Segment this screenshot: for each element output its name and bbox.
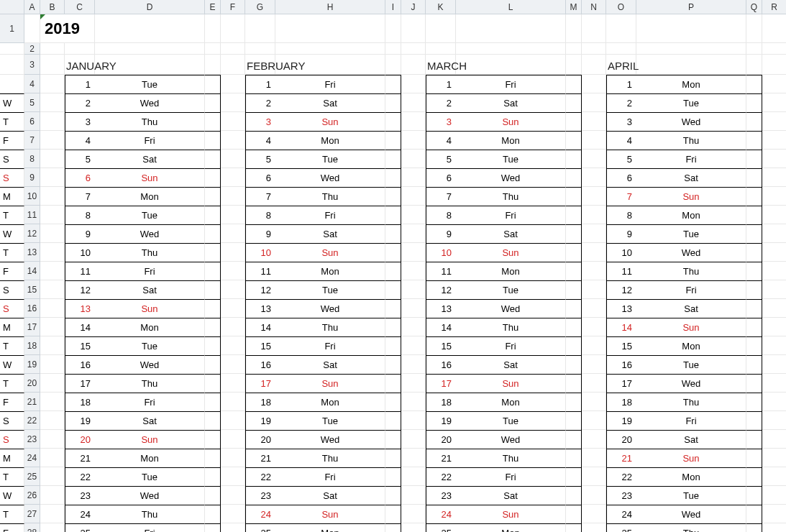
cell-H14[interactable]: [385, 262, 401, 280]
cell-N24[interactable]: 21: [606, 449, 636, 467]
cell-E12[interactable]: [221, 224, 245, 243]
cell-M25[interactable]: [582, 467, 606, 486]
cell-J26[interactable]: 23: [426, 486, 456, 505]
cell-E27[interactable]: [221, 505, 245, 523]
cell-M8[interactable]: [582, 150, 606, 168]
cell-I22[interactable]: [401, 411, 426, 430]
cell-I23[interactable]: [401, 430, 426, 449]
cell-E5[interactable]: [221, 93, 245, 112]
col-header-A[interactable]: A: [24, 0, 40, 14]
cell-J22[interactable]: 19: [426, 411, 456, 430]
cell-N9[interactable]: 6: [606, 168, 636, 187]
cell-G18[interactable]: Fri: [275, 336, 385, 355]
cell-O28[interactable]: Thu: [636, 523, 746, 532]
cell-I4[interactable]: [401, 75, 426, 93]
cell-Q24[interactable]: [762, 449, 786, 467]
cell-Q12[interactable]: [762, 224, 786, 243]
cell-L27[interactable]: [566, 505, 582, 523]
cell-P2[interactable]: [746, 43, 762, 55]
cell-N18[interactable]: 15: [606, 336, 636, 355]
cell-A22[interactable]: [40, 411, 65, 430]
cell-E6[interactable]: [221, 112, 245, 131]
cell-M22[interactable]: [582, 411, 606, 430]
cell-I20[interactable]: [401, 374, 426, 393]
cell-E20[interactable]: [221, 374, 245, 393]
cell-G5[interactable]: Sat: [275, 93, 385, 112]
cell-F8[interactable]: 5: [245, 150, 275, 168]
cell-G15[interactable]: Tue: [275, 280, 385, 299]
cell-F18[interactable]: 15: [245, 336, 275, 355]
cell-A25[interactable]: [40, 467, 65, 486]
cell-L5[interactable]: [566, 93, 582, 112]
cell-F6[interactable]: 3: [245, 112, 275, 131]
cell-F15[interactable]: 12: [245, 280, 275, 299]
cell-J9[interactable]: 6: [426, 168, 456, 187]
cell-A23[interactable]: [40, 430, 65, 449]
row-header-28[interactable]: 28: [24, 523, 40, 532]
cell-O26[interactable]: Tue: [636, 486, 746, 505]
cell-M9[interactable]: [582, 168, 606, 187]
cell-G20[interactable]: Sun: [275, 374, 385, 393]
cell-C20[interactable]: Thu: [95, 374, 205, 393]
cell-F5[interactable]: 2: [245, 93, 275, 112]
cell-H3[interactable]: [385, 55, 401, 75]
cell-C27[interactable]: Thu: [95, 505, 205, 523]
cell-H4[interactable]: [385, 75, 401, 93]
cell-B26[interactable]: 23: [65, 486, 95, 505]
col-header-N[interactable]: N: [582, 0, 606, 14]
cell-I15[interactable]: [401, 280, 426, 299]
cell-P17[interactable]: [746, 318, 762, 336]
col-header-L[interactable]: L: [456, 0, 566, 14]
cell-E4[interactable]: [221, 75, 245, 93]
cell-N19[interactable]: 16: [606, 355, 636, 374]
row-header-26[interactable]: 26: [24, 486, 40, 505]
col-header-M[interactable]: M: [566, 0, 582, 14]
cell-N23[interactable]: 20: [606, 430, 636, 449]
cell-O25[interactable]: Mon: [636, 467, 746, 486]
cell-A6[interactable]: [40, 112, 65, 131]
cell-N10[interactable]: 7: [606, 187, 636, 206]
cell-A1[interactable]: [24, 14, 40, 43]
cell-I18[interactable]: [401, 336, 426, 355]
cell-D3[interactable]: [205, 55, 221, 75]
col-header-C[interactable]: C: [65, 0, 95, 14]
cell-C6[interactable]: Thu: [95, 112, 205, 131]
cell-G12[interactable]: Sat: [275, 224, 385, 243]
cell-D21[interactable]: [205, 393, 221, 411]
cell-S27[interactable]: F: [0, 523, 24, 532]
cell-Q1[interactable]: [762, 14, 786, 43]
cell-E28[interactable]: [221, 523, 245, 532]
cell-S18[interactable]: W: [0, 355, 24, 374]
cell-C24[interactable]: Mon: [95, 449, 205, 467]
cell-D9[interactable]: [205, 168, 221, 187]
cell-K4[interactable]: Fri: [456, 75, 566, 93]
cell-P13[interactable]: [746, 243, 762, 262]
cell-O27[interactable]: Wed: [636, 505, 746, 523]
row-header-2[interactable]: 2: [24, 43, 40, 55]
cell-M2[interactable]: [582, 43, 606, 55]
cell-B6[interactable]: 3: [65, 112, 95, 131]
cell-F14[interactable]: 11: [245, 262, 275, 280]
row-header-6[interactable]: 6: [24, 112, 40, 131]
cell-N12[interactable]: 9: [606, 224, 636, 243]
cell-Q5[interactable]: [762, 93, 786, 112]
cell-N22[interactable]: 19: [606, 411, 636, 430]
cell-I9[interactable]: [401, 168, 426, 187]
cell-B1[interactable]: 2019: [40, 14, 95, 43]
cell-P9[interactable]: [746, 168, 762, 187]
cell-L7[interactable]: [566, 131, 582, 150]
cell-N17[interactable]: 14: [606, 318, 636, 336]
cell-O4[interactable]: Mon: [636, 75, 746, 93]
cell-L13[interactable]: [566, 243, 582, 262]
cell-K26[interactable]: Sat: [456, 486, 566, 505]
cell-Q6[interactable]: [762, 112, 786, 131]
cell-K6[interactable]: Sun: [456, 112, 566, 131]
cell-S10[interactable]: T: [0, 206, 24, 224]
cell-J15[interactable]: 12: [426, 280, 456, 299]
cell-B16[interactable]: 13: [65, 299, 95, 318]
cell-S6[interactable]: F: [0, 131, 24, 150]
cell-H1[interactable]: [385, 14, 401, 43]
cell-M6[interactable]: [582, 112, 606, 131]
cell-D17[interactable]: [205, 318, 221, 336]
cell-A16[interactable]: [40, 299, 65, 318]
